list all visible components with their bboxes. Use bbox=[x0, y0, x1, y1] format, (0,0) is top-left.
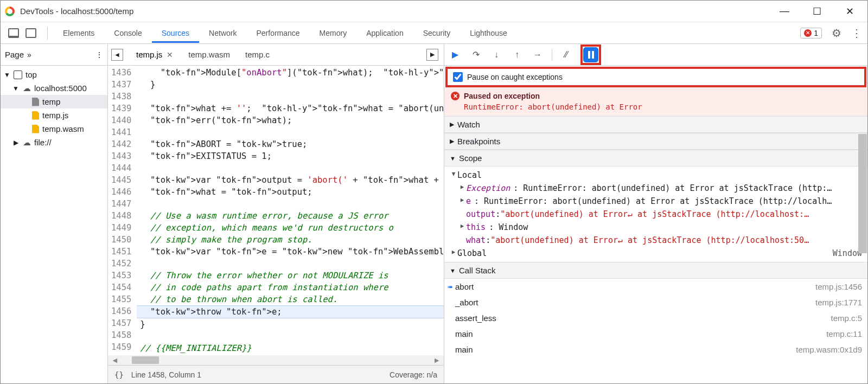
stack-frame[interactable]: _aborttemp.js:1771 bbox=[444, 295, 867, 310]
pause-on-caught-row: Pause on caught exceptions bbox=[445, 67, 866, 87]
tab-application[interactable]: Application bbox=[356, 23, 413, 43]
close-tab-icon[interactable]: ✕ bbox=[167, 50, 173, 59]
deactivate-breakpoints-icon[interactable]: ⁄⁄ bbox=[560, 48, 573, 61]
tree-node-host[interactable]: ▼☁localhost:5000 bbox=[1, 81, 107, 95]
tree-file-temp-js[interactable]: temp.js bbox=[1, 108, 107, 122]
debugger-panel: ▶ ↷ ↓ ↑ → ⁄⁄ Pause on caught exceptions … bbox=[444, 44, 867, 383]
pause-on-exceptions-highlight bbox=[580, 44, 601, 65]
chevron-right-icon[interactable]: » bbox=[27, 50, 31, 59]
step-icon[interactable]: → bbox=[531, 48, 544, 61]
close-button[interactable]: ✕ bbox=[841, 3, 858, 20]
scope-var-e[interactable]: ▶e: RuntimeError: abort(undefined) at Er… bbox=[444, 195, 867, 208]
tab-memory[interactable]: Memory bbox=[310, 23, 357, 43]
exception-message: RuntimeError: abort(undefined) at Error bbox=[464, 103, 861, 111]
step-over-icon[interactable]: ↷ bbox=[469, 48, 482, 61]
step-into-icon[interactable]: ↓ bbox=[490, 48, 503, 61]
exception-banner: ✕Paused on exception RuntimeError: abort… bbox=[444, 87, 867, 116]
section-breakpoints[interactable]: ▶Breakpoints bbox=[444, 133, 867, 150]
tab-performance[interactable]: Performance bbox=[246, 23, 309, 43]
stack-frame[interactable]: maintemp.c:11 bbox=[444, 326, 867, 342]
scope-var-exception[interactable]: ▶Exception: RuntimeError: abort(undefine… bbox=[444, 182, 867, 195]
tab-elements[interactable]: Elements bbox=[53, 23, 104, 43]
run-snippet-icon[interactable]: ▶ bbox=[426, 49, 438, 61]
error-count-badge[interactable]: ✕ 1 bbox=[800, 28, 822, 39]
error-dot-icon: ✕ bbox=[451, 92, 459, 100]
tree-file-temp-wasm[interactable]: temp.wasm bbox=[1, 122, 107, 136]
section-callstack[interactable]: ▼Call Stack bbox=[444, 262, 867, 279]
tab-lighthouse[interactable]: Lighthouse bbox=[460, 23, 517, 43]
tree-node-top[interactable]: ▼top bbox=[1, 68, 107, 81]
settings-gear-icon[interactable]: ⚙ bbox=[832, 27, 841, 40]
tab-security[interactable]: Security bbox=[413, 23, 461, 43]
cursor-position: Line 1458, Column 1 bbox=[131, 370, 201, 379]
pause-on-caught-label: Pause on caught exceptions bbox=[467, 73, 563, 81]
devtools-tabs: Elements Console Sources Network Perform… bbox=[1, 22, 867, 44]
stack-frame[interactable]: assert_lesstemp.c:5 bbox=[444, 310, 867, 326]
tree-file-temp[interactable]: temp bbox=[1, 95, 107, 108]
editor-tab-temp-c[interactable]: temp.c bbox=[238, 50, 277, 59]
coverage-status: Coverage: n/a bbox=[390, 370, 437, 379]
maximize-button[interactable]: ☐ bbox=[809, 3, 825, 20]
pause-on-exceptions-button[interactable] bbox=[583, 47, 598, 62]
scope-global[interactable]: ▶GlobalWindow bbox=[444, 247, 867, 260]
minimize-button[interactable]: — bbox=[776, 3, 793, 20]
tree-node-file[interactable]: ▶☁file:// bbox=[1, 136, 107, 149]
editor-tab-temp-wasm[interactable]: temp.wasm bbox=[181, 50, 238, 59]
scope-local[interactable]: ▼Local bbox=[444, 169, 867, 182]
tab-network[interactable]: Network bbox=[199, 23, 246, 43]
files-more-icon[interactable]: ⋮ bbox=[95, 50, 103, 59]
device-toggle-icon[interactable] bbox=[25, 28, 36, 38]
scope-var-this[interactable]: ▶this: Window bbox=[444, 221, 867, 234]
step-out-icon[interactable]: ↑ bbox=[510, 48, 524, 61]
nav-back-icon[interactable]: ◄ bbox=[111, 49, 123, 61]
files-navigator: Page » ⋮ ▼top ▼☁localhost:5000 temp temp… bbox=[1, 44, 108, 383]
scope-var-output[interactable]: output: "abort(undefined) at Error↵ at j… bbox=[444, 208, 867, 221]
inspect-icon[interactable] bbox=[8, 28, 19, 38]
horizontal-scrollbar[interactable]: ◄► bbox=[108, 355, 444, 365]
tab-sources[interactable]: Sources bbox=[152, 23, 199, 43]
stack-frame[interactable]: ➠aborttemp.js:1456 bbox=[444, 279, 867, 295]
code-area[interactable]: 1436143714381439144014411442144314441445… bbox=[108, 66, 444, 355]
window-title: DevTools - localhost:5000/temp bbox=[20, 7, 776, 16]
pause-on-caught-checkbox[interactable] bbox=[453, 72, 463, 82]
scope-var-what[interactable]: what: "abort(undefined) at Error↵ at jsS… bbox=[444, 234, 867, 247]
editor-tab-temp-js[interactable]: temp.js✕ bbox=[129, 50, 181, 59]
resume-icon[interactable]: ▶ bbox=[449, 48, 462, 61]
tab-console[interactable]: Console bbox=[104, 23, 151, 43]
window-title-bar: DevTools - localhost:5000/temp — ☐ ✕ bbox=[1, 1, 867, 22]
section-watch[interactable]: ▶Watch bbox=[444, 116, 867, 133]
vertical-scrollbar[interactable] bbox=[858, 134, 867, 253]
files-panel-label[interactable]: Page bbox=[5, 50, 24, 59]
code-editor: ◄ temp.js✕ temp.wasm temp.c ▶ 1436143714… bbox=[108, 44, 444, 383]
pretty-print-icon[interactable]: {} bbox=[114, 370, 124, 379]
more-menu-icon[interactable]: ⋮ bbox=[851, 27, 862, 40]
stack-frame[interactable]: maintemp.wasm:0x1d9 bbox=[444, 342, 867, 357]
section-scope[interactable]: ▼Scope bbox=[444, 150, 867, 167]
error-icon: ✕ bbox=[804, 29, 812, 37]
chrome-icon bbox=[5, 7, 15, 16]
